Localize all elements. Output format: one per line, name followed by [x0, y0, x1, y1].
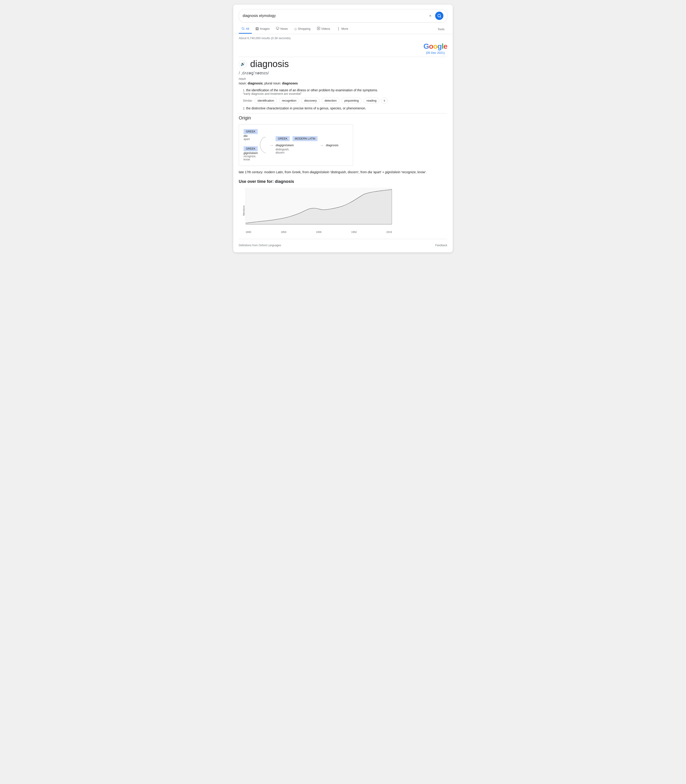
similar-label: Similar: [243, 99, 253, 102]
speaker-button[interactable]: 🔊 [239, 60, 247, 68]
definition-2: 2. the distinctive characterization in p… [243, 106, 447, 110]
word-title: diagnosis [250, 59, 289, 69]
similar-pill-discovery[interactable]: discovery [301, 98, 320, 103]
search-input[interactable] [243, 14, 428, 18]
tab-more-label: More [341, 27, 348, 30]
origin-text: late 17th century: modern Latin, from Gr… [239, 170, 447, 175]
etym-middle-column: GREEK MODERN LATIN diagignōskein disting… [276, 136, 318, 154]
tab-news[interactable]: News [273, 25, 291, 34]
similar-pill-detection[interactable]: detection [322, 98, 340, 103]
definition-2-text: the distinctive characterization in prec… [246, 106, 366, 110]
tab-videos[interactable]: Videos [314, 25, 333, 34]
search-button[interactable] [435, 11, 443, 20]
origin-italic-1: diagignōskein [310, 170, 329, 174]
tab-images-label: Images [260, 27, 270, 30]
svg-rect-4 [276, 27, 279, 29]
results-info: About 6,740,000 results (0.38 seconds) [233, 34, 453, 42]
chart-x-labels: 1800 1850 1900 1950 2019 [246, 231, 392, 233]
definitions-footer: Definitions from Oxford Languages Feedba… [239, 244, 447, 247]
phonetic: / ˌdʌɪəɡˈnəʊsɪs/ [239, 70, 447, 75]
tab-all-label: All [246, 27, 249, 30]
x-label-1900: 1900 [316, 231, 322, 233]
google-logo: Google [423, 42, 447, 51]
etym-box-latin: MODERN LATIN [292, 136, 318, 141]
similar-pill-reading[interactable]: reading [364, 98, 379, 103]
source-text: Definitions from Oxford Languages [239, 244, 281, 247]
x-label-1800: 1800 [246, 231, 251, 233]
etym-box-greek-2: GREEK [243, 146, 258, 151]
tab-images[interactable]: 🖼 Images [253, 25, 272, 34]
forms-plural: diagnoses [282, 82, 298, 85]
similar-pill-pinpointing[interactable]: pinpointing [341, 98, 362, 103]
definition-1-number: 1. [243, 88, 246, 92]
etym-left-column: GREEK dia apart GREEK gignōskein recogni… [243, 129, 258, 161]
etym-group-gignoskein: GREEK gignōskein recognize, know [243, 146, 258, 161]
similar-pill-identification[interactable]: identification [255, 98, 277, 103]
tab-shopping-label: Shopping [298, 27, 310, 30]
etymology-diagram: GREEK dia apart GREEK gignōskein recogni… [239, 124, 353, 166]
definition-list: 1. the identification of the nature of a… [243, 88, 447, 104]
similar-row: Similar: identification recognition disc… [243, 97, 447, 104]
shopping-icon: ◇ [294, 27, 297, 31]
word-forms: noun: diagnosis; plural noun: diagnoses [239, 82, 447, 85]
search-bar-area: × [233, 5, 453, 23]
expand-similar-button[interactable]: ∨ [381, 97, 387, 104]
etym-group-dia: GREEK dia apart [243, 129, 258, 141]
tab-videos-label: Videos [321, 27, 330, 30]
x-label-1950: 1950 [351, 231, 357, 233]
news-icon [276, 27, 279, 31]
use-over-time-title: Use over time for: diagnosis [239, 179, 447, 184]
chart-container: Mentions 1800 [239, 188, 394, 233]
arrow-right-2: → [319, 142, 324, 148]
etym-box-greek-middle: GREEK [276, 136, 290, 141]
google-e: e [443, 42, 447, 50]
chart-svg-element [246, 188, 392, 229]
tools-button[interactable]: Tools [435, 25, 447, 33]
svg-marker-8 [318, 28, 319, 29]
search-icon [437, 14, 441, 18]
nav-tabs: All 🖼 Images News ◇ Shopping Videos ⋮ Mo… [233, 23, 453, 34]
tab-shopping[interactable]: ◇ Shopping [292, 25, 313, 34]
forms-sep: ; plural noun: [263, 82, 282, 85]
results-count: About 6,740,000 results (0.38 seconds) [239, 36, 291, 40]
images-icon: 🖼 [255, 27, 259, 31]
word-type: noun [239, 77, 447, 80]
x-label-2019: 2019 [386, 231, 392, 233]
google-branding: Google (05 Dec 2021) [423, 42, 447, 54]
etym-word-gignoskein: gignōskein [243, 151, 258, 155]
divider-top [239, 57, 447, 57]
etym-meaning-recognize: recognize, know [243, 155, 258, 161]
svg-line-3 [244, 29, 245, 30]
origin-title: Origin [239, 115, 447, 121]
etym-box-greek-1: GREEK [243, 129, 258, 134]
feedback-link[interactable]: Feedback [435, 244, 447, 247]
google-g: G [423, 42, 429, 50]
tab-news-label: News [280, 27, 288, 30]
google-header: Google (05 Dec 2021) [239, 42, 447, 54]
forms-prefix: noun: [239, 82, 248, 85]
clear-button[interactable]: × [428, 13, 433, 19]
x-label-1850: 1850 [281, 231, 286, 233]
chart-svg [246, 188, 394, 230]
similar-pill-recognition[interactable]: recognition [279, 98, 300, 103]
definition-1-text: the identification of the nature of an i… [246, 88, 378, 92]
videos-icon [317, 27, 320, 31]
svg-rect-7 [317, 27, 320, 30]
search-bar: × [239, 9, 447, 23]
main-content: Google (05 Dec 2021) 🔊 diagnosis / ˌdʌɪə… [233, 42, 453, 252]
arrow-left: → [269, 142, 274, 148]
etym-word-dia: dia [243, 134, 258, 137]
brace-connector [258, 134, 269, 157]
google-date: (05 Dec 2021) [423, 51, 447, 54]
browser-container: × All 🖼 Images News [233, 5, 453, 252]
more-icon: ⋮ [336, 26, 340, 31]
google-o1: o [429, 42, 433, 50]
google-g2: g [438, 42, 442, 50]
tab-all[interactable]: All [239, 25, 252, 34]
etym-meaning-apart: apart [243, 137, 258, 141]
use-over-time-section: Use over time for: diagnosis Mentions [239, 179, 447, 233]
svg-line-1 [440, 16, 441, 17]
forms-word: diagnosis [248, 82, 263, 85]
tab-more[interactable]: ⋮ More [334, 24, 351, 34]
definition-1-quote: "early diagnosis and treatment are essen… [243, 92, 447, 95]
